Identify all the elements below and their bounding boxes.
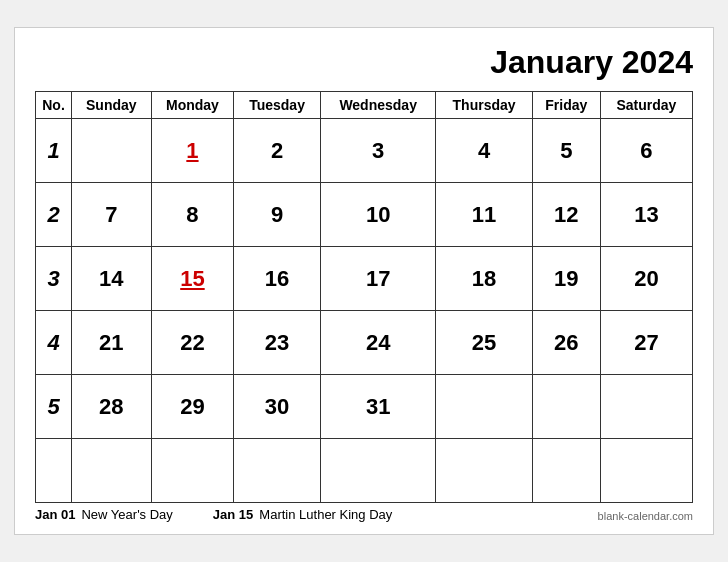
calendar-day: 26 — [532, 311, 600, 375]
calendar-day: 10 — [320, 183, 436, 247]
week-number: 1 — [36, 119, 72, 183]
calendar-day: 9 — [234, 183, 321, 247]
calendar-day — [234, 439, 321, 503]
calendar-day — [600, 439, 692, 503]
calendar-day: 20 — [600, 247, 692, 311]
holidays-section: Jan 01New Year's DayJan 15Martin Luther … — [35, 507, 392, 522]
calendar-day — [72, 439, 152, 503]
calendar-day: 14 — [72, 247, 152, 311]
holiday-name: Martin Luther King Day — [259, 507, 392, 522]
calendar-day: 23 — [234, 311, 321, 375]
week-number: 4 — [36, 311, 72, 375]
calendar-day: 29 — [151, 375, 234, 439]
calendar-day: 6 — [600, 119, 692, 183]
calendar-day: 4 — [436, 119, 532, 183]
column-header-friday: Friday — [532, 92, 600, 119]
holiday-date: Jan 01 — [35, 507, 75, 522]
calendar-day: 27 — [600, 311, 692, 375]
week-row — [36, 439, 693, 503]
calendar-day: 13 — [600, 183, 692, 247]
calendar-day: 1 — [151, 119, 234, 183]
week-number — [36, 439, 72, 503]
calendar-title: January 2024 — [35, 44, 693, 81]
calendar-day — [532, 375, 600, 439]
footer: Jan 01New Year's DayJan 15Martin Luther … — [35, 507, 693, 522]
calendar-container: January 2024 No.SundayMondayTuesdayWedne… — [14, 27, 714, 535]
week-row: 314151617181920 — [36, 247, 693, 311]
column-header-saturday: Saturday — [600, 92, 692, 119]
holiday-date: Jan 15 — [213, 507, 253, 522]
calendar-day: 11 — [436, 183, 532, 247]
calendar-day: 18 — [436, 247, 532, 311]
calendar-day — [532, 439, 600, 503]
column-header-wednesday: Wednesday — [320, 92, 436, 119]
calendar-day: 3 — [320, 119, 436, 183]
calendar-table: No.SundayMondayTuesdayWednesdayThursdayF… — [35, 91, 693, 503]
calendar-day: 15 — [151, 247, 234, 311]
calendar-day — [436, 375, 532, 439]
holiday-item: Jan 01New Year's Day — [35, 507, 173, 522]
calendar-day — [320, 439, 436, 503]
calendar-day: 19 — [532, 247, 600, 311]
holiday-item: Jan 15Martin Luther King Day — [213, 507, 392, 522]
calendar-day — [72, 119, 152, 183]
site-attribution: blank-calendar.com — [598, 510, 693, 522]
calendar-day: 8 — [151, 183, 234, 247]
week-number: 5 — [36, 375, 72, 439]
calendar-day: 31 — [320, 375, 436, 439]
calendar-day: 28 — [72, 375, 152, 439]
calendar-day: 2 — [234, 119, 321, 183]
column-header-tuesday: Tuesday — [234, 92, 321, 119]
column-header-sunday: Sunday — [72, 92, 152, 119]
week-row: 278910111213 — [36, 183, 693, 247]
calendar-day: 25 — [436, 311, 532, 375]
calendar-day — [151, 439, 234, 503]
calendar-day: 22 — [151, 311, 234, 375]
calendar-day: 24 — [320, 311, 436, 375]
week-number: 3 — [36, 247, 72, 311]
week-number: 2 — [36, 183, 72, 247]
week-row: 421222324252627 — [36, 311, 693, 375]
calendar-day: 16 — [234, 247, 321, 311]
week-row: 1123456 — [36, 119, 693, 183]
holiday-name: New Year's Day — [81, 507, 172, 522]
calendar-day — [600, 375, 692, 439]
calendar-day: 30 — [234, 375, 321, 439]
column-header-no: No. — [36, 92, 72, 119]
column-header-thursday: Thursday — [436, 92, 532, 119]
week-row: 528293031 — [36, 375, 693, 439]
calendar-day: 7 — [72, 183, 152, 247]
calendar-day: 21 — [72, 311, 152, 375]
calendar-day: 12 — [532, 183, 600, 247]
calendar-day: 5 — [532, 119, 600, 183]
column-header-monday: Monday — [151, 92, 234, 119]
calendar-day — [436, 439, 532, 503]
calendar-day: 17 — [320, 247, 436, 311]
